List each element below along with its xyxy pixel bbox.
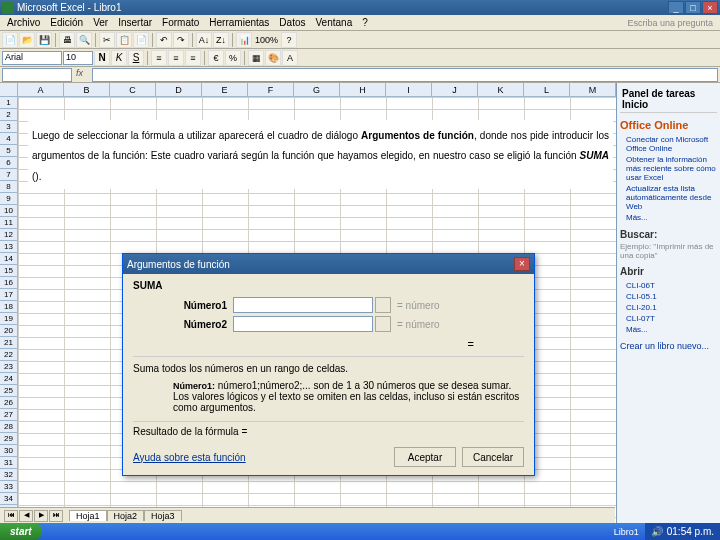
col-header[interactable]: K [478, 83, 524, 96]
col-header[interactable]: E [202, 83, 248, 96]
copy-icon[interactable]: 📋 [116, 32, 132, 48]
tp-link[interactable]: Más... [626, 212, 717, 223]
row-header[interactable]: 12 [0, 229, 17, 241]
preview-icon[interactable]: 🔍 [76, 32, 92, 48]
row-header[interactable]: 6 [0, 157, 17, 169]
tp-file[interactable]: CLI-05.1 [626, 291, 717, 302]
chart-icon[interactable]: 📊 [236, 32, 252, 48]
row-header[interactable]: 27 [0, 409, 17, 421]
tp-file[interactable]: Más... [626, 324, 717, 335]
italic-icon[interactable]: K [111, 50, 127, 66]
font-color-icon[interactable]: A [282, 50, 298, 66]
sort-asc-icon[interactable]: A↓ [196, 32, 212, 48]
row-header[interactable]: 23 [0, 361, 17, 373]
redo-icon[interactable]: ↷ [173, 32, 189, 48]
col-header[interactable]: H [340, 83, 386, 96]
font-size[interactable]: 10 [63, 51, 93, 65]
tab-nav-prev[interactable]: ◀ [19, 510, 33, 522]
col-header[interactable]: F [248, 83, 294, 96]
row-header[interactable]: 1 [0, 97, 17, 109]
maximize-button[interactable]: □ [685, 1, 701, 14]
row-header[interactable]: 13 [0, 241, 17, 253]
row-header[interactable]: 34 [0, 493, 17, 505]
help-icon[interactable]: ? [281, 32, 297, 48]
col-header[interactable]: G [294, 83, 340, 96]
col-header[interactable]: A [18, 83, 64, 96]
menu-insertar[interactable]: Insertar [113, 17, 157, 28]
row-header[interactable]: 11 [0, 217, 17, 229]
row-header[interactable]: 24 [0, 373, 17, 385]
select-all-corner[interactable] [0, 83, 18, 96]
system-tray[interactable]: 🔊 01:54 p.m. [645, 523, 720, 540]
font-name[interactable]: Arial [2, 51, 62, 65]
row-header[interactable]: 9 [0, 193, 17, 205]
cut-icon[interactable]: ✂ [99, 32, 115, 48]
row-header[interactable]: 22 [0, 349, 17, 361]
tp-new-workbook[interactable]: Crear un libro nuevo... [620, 341, 717, 351]
row-header[interactable]: 5 [0, 145, 17, 157]
sheet-tab[interactable]: Hoja3 [144, 510, 182, 521]
menu-datos[interactable]: Datos [274, 17, 310, 28]
close-button[interactable]: × [702, 1, 718, 14]
row-header[interactable]: 31 [0, 457, 17, 469]
minimize-button[interactable]: _ [668, 1, 684, 14]
tp-file[interactable]: CLI-20.1 [626, 302, 717, 313]
row-header[interactable]: 3 [0, 121, 17, 133]
fx-button[interactable]: fx [76, 68, 92, 82]
dialog-titlebar[interactable]: Argumentos de función × [123, 254, 534, 274]
undo-icon[interactable]: ↶ [156, 32, 172, 48]
tp-link[interactable]: Actualizar esta lista automáticamente de… [626, 183, 717, 212]
bold-icon[interactable]: N [94, 50, 110, 66]
row-header[interactable]: 21 [0, 337, 17, 349]
tab-nav-first[interactable]: ⏮ [4, 510, 18, 522]
row-header[interactable]: 4 [0, 133, 17, 145]
cancel-button[interactable]: Cancelar [462, 447, 524, 467]
menu-ver[interactable]: Ver [88, 17, 113, 28]
tab-nav-next[interactable]: ▶ [34, 510, 48, 522]
paste-icon[interactable]: 📄 [133, 32, 149, 48]
col-header[interactable]: D [156, 83, 202, 96]
col-header[interactable]: M [570, 83, 616, 96]
menu-formato[interactable]: Formato [157, 17, 204, 28]
range-select-icon[interactable] [375, 316, 391, 332]
fill-color-icon[interactable]: 🎨 [265, 50, 281, 66]
align-right-icon[interactable]: ≡ [185, 50, 201, 66]
align-left-icon[interactable]: ≡ [151, 50, 167, 66]
tp-link[interactable]: Obtener la información más reciente sobr… [626, 154, 717, 183]
row-header[interactable]: 14 [0, 253, 17, 265]
menu-archivo[interactable]: Archivo [2, 17, 45, 28]
row-header[interactable]: 7 [0, 169, 17, 181]
percent-icon[interactable]: % [225, 50, 241, 66]
row-header[interactable]: 33 [0, 481, 17, 493]
ok-button[interactable]: Aceptar [394, 447, 456, 467]
row-header[interactable]: 18 [0, 301, 17, 313]
ask-question[interactable]: Escriba una pregunta [622, 18, 718, 28]
menu-help[interactable]: ? [357, 17, 373, 28]
tray-icon[interactable]: 🔊 [651, 526, 663, 537]
row-header[interactable]: 26 [0, 397, 17, 409]
dialog-close-button[interactable]: × [514, 257, 530, 271]
new-icon[interactable]: 📄 [2, 32, 18, 48]
row-header[interactable]: 25 [0, 385, 17, 397]
help-link[interactable]: Ayuda sobre esta función [133, 452, 246, 463]
borders-icon[interactable]: ▦ [248, 50, 264, 66]
col-header[interactable]: L [524, 83, 570, 96]
col-header[interactable]: C [110, 83, 156, 96]
arg2-input[interactable] [233, 316, 373, 332]
formula-input[interactable] [92, 68, 718, 82]
row-header[interactable]: 32 [0, 469, 17, 481]
menu-ventana[interactable]: Ventana [310, 17, 357, 28]
menu-edicion[interactable]: Edición [45, 17, 88, 28]
print-icon[interactable]: 🖶 [59, 32, 75, 48]
save-icon[interactable]: 💾 [36, 32, 52, 48]
sort-desc-icon[interactable]: Z↓ [213, 32, 229, 48]
col-header[interactable]: I [386, 83, 432, 96]
zoom-level[interactable]: 100% [253, 35, 280, 45]
row-header[interactable]: 20 [0, 325, 17, 337]
range-select-icon[interactable] [375, 297, 391, 313]
row-header[interactable]: 29 [0, 433, 17, 445]
taskbar-item[interactable]: Libro1 [608, 527, 645, 537]
row-header[interactable]: 17 [0, 289, 17, 301]
tp-file[interactable]: CLI-07T [626, 313, 717, 324]
tp-file[interactable]: CLI-06T [626, 280, 717, 291]
